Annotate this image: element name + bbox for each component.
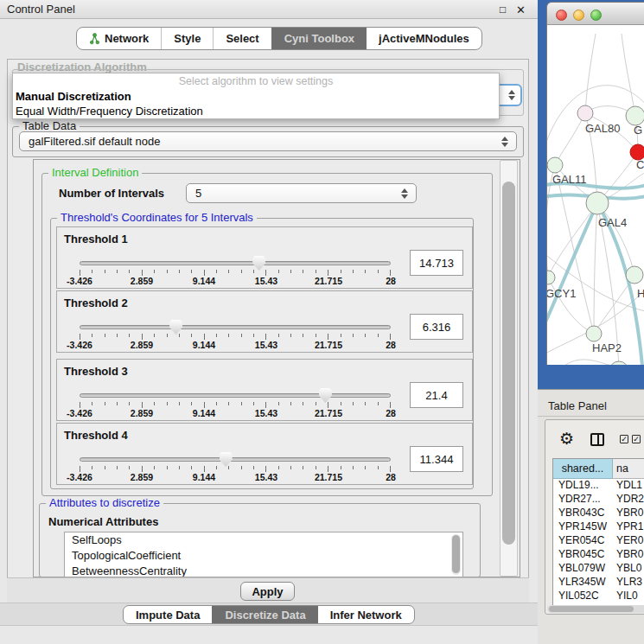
network-node-gal4[interactable] xyxy=(586,192,609,214)
threshold-panel: Threshold 3-3.4262.8599.14415.4321.71528… xyxy=(56,359,473,421)
tab-discretize-data[interactable]: Discretize Data xyxy=(212,606,317,623)
slider-scale-label: 9.144 xyxy=(193,276,215,286)
slider-scale-label: 2.859 xyxy=(131,472,153,482)
network-canvas[interactable]: GAL80GCGAL11GAL4GCY1HHAP2 xyxy=(547,25,644,365)
network-edge[interactable] xyxy=(622,34,635,116)
slider-scale-labels: -3.4262.8599.14415.4321.71528 xyxy=(80,340,391,350)
list-scrollbar[interactable] xyxy=(451,534,461,575)
checkbox-icon[interactable]: ✓ xyxy=(620,435,628,443)
network-node[interactable] xyxy=(609,361,628,365)
slider-scale-label: 28 xyxy=(386,340,396,350)
table-row[interactable]: YER054CYER0 xyxy=(553,534,644,548)
table-row[interactable]: YDL19...YDL1 xyxy=(553,479,644,493)
control-panel: Control Panel □ ✕ Network Style Select C… xyxy=(0,0,538,644)
slider-scale-label: 21.715 xyxy=(315,408,342,418)
threshold-slider-track[interactable] xyxy=(80,393,391,398)
split-panel-icon[interactable] xyxy=(590,433,604,446)
table-row[interactable]: YBR045CYBR0 xyxy=(553,548,644,562)
threshold-slider-thumb[interactable] xyxy=(169,320,182,335)
cell-shared-name: YIL052C xyxy=(553,590,613,603)
thresholds-list: Threshold 1-3.4262.8599.14415.4321.71528… xyxy=(54,226,473,487)
threshold-value-field[interactable]: 21.4 xyxy=(410,382,463,408)
threshold-slider-track[interactable] xyxy=(80,261,391,265)
attribute-list-item[interactable]: BetweennessCentrality xyxy=(65,564,462,577)
network-node-g[interactable] xyxy=(626,106,644,125)
cell-name: YER0 xyxy=(613,534,644,548)
table-horizontal-scrollbar[interactable] xyxy=(547,605,644,613)
threshold-slider-thumb[interactable] xyxy=(319,388,332,403)
network-edge[interactable] xyxy=(585,34,596,113)
settings-vertical-scrollbar[interactable] xyxy=(500,160,518,577)
network-view-window: GAL80GCGAL11GAL4GCY1HHAP2 xyxy=(546,2,644,365)
threshold-label: Threshold 4 xyxy=(64,429,128,442)
table-row[interactable]: YIL052CYIL0 xyxy=(553,590,644,603)
table-row[interactable]: YDR27...YDR2 xyxy=(553,493,644,507)
checkbox-icon[interactable]: ✓ xyxy=(632,435,641,443)
dropdown-option-equal-width-frequency[interactable]: Equal Width/Frequency Discretization xyxy=(16,105,203,118)
tab-impute-data[interactable]: Impute Data xyxy=(124,606,212,623)
num-intervals-combobox[interactable]: 5 xyxy=(186,183,417,203)
network-node-label: GAL11 xyxy=(552,173,587,186)
attribute-list-item[interactable]: TopologicalCoefficient xyxy=(65,548,462,564)
scrollbar-thumb[interactable] xyxy=(452,535,460,573)
table-row[interactable]: YLR345WYLR3 xyxy=(553,576,644,590)
table-row[interactable]: YBR043CYBR0 xyxy=(553,507,644,520)
network-node-label: C xyxy=(636,158,644,171)
attribute-list-item[interactable]: SelfLoops xyxy=(65,532,462,548)
network-node-label: HAP2 xyxy=(592,341,622,354)
tab-style[interactable]: Style xyxy=(161,28,213,49)
threshold-value-field[interactable]: 6.316 xyxy=(410,314,463,340)
tab-jactivemnodules[interactable]: jActiveMNodules xyxy=(367,28,481,49)
network-node-gal11[interactable] xyxy=(547,157,563,173)
scrollbar-thumb[interactable] xyxy=(549,606,634,612)
zoom-traffic-light-icon[interactable] xyxy=(590,10,602,21)
slider-scale-label: 21.715 xyxy=(315,472,342,482)
dropdown-option-manual-discretization[interactable]: Manual Discretization xyxy=(16,90,131,103)
threshold-label: Threshold 2 xyxy=(64,296,128,309)
threshold-value-field[interactable]: 14.713 xyxy=(410,250,463,276)
minimize-traffic-light-icon[interactable] xyxy=(573,10,584,21)
column-header-shared-name[interactable]: shared... xyxy=(553,459,613,479)
tab-cyni-toolbox-label: Cyni Toolbox xyxy=(284,32,354,45)
tab-infer-network[interactable]: Infer Network xyxy=(318,606,414,623)
threshold-slider-track[interactable] xyxy=(80,325,391,329)
apply-button[interactable]: Apply xyxy=(240,582,295,601)
tab-network[interactable]: Network xyxy=(77,28,161,49)
float-window-icon[interactable]: □ xyxy=(500,3,506,16)
tab-cyni-toolbox[interactable]: Cyni Toolbox xyxy=(271,28,367,49)
network-edge[interactable] xyxy=(555,165,594,334)
threshold-label: Threshold 1 xyxy=(64,233,128,245)
threshold-slider-thumb[interactable] xyxy=(220,452,233,467)
attributes-items-host: SelfLoopsTopologicalCoefficientBetweenne… xyxy=(65,532,462,577)
table-row[interactable]: YPR145WYPR1 xyxy=(553,520,644,534)
gear-icon[interactable]: ⚙ xyxy=(559,430,574,447)
tab-select[interactable]: Select xyxy=(213,28,271,49)
table-row[interactable]: YBL079WYBL0 xyxy=(553,562,644,576)
slider-scale-label: -3.426 xyxy=(67,276,92,286)
slider-scale-labels: -3.4262.8599.14415.4321.71528 xyxy=(80,276,391,286)
desktop-background: GAL80GCGAL11GAL4GCY1HHAP2 xyxy=(538,0,644,389)
threshold-slider-track[interactable] xyxy=(80,457,391,462)
slider-scale-label: 15.43 xyxy=(255,408,277,418)
cell-name: YBR0 xyxy=(613,548,644,562)
network-edge[interactable] xyxy=(548,203,597,277)
numerical-attributes-list[interactable]: SelfLoopsTopologicalCoefficientBetweenne… xyxy=(64,532,463,577)
network-node-gal80[interactable] xyxy=(577,105,593,121)
network-node-hap2[interactable] xyxy=(586,326,602,341)
close-icon[interactable]: ✕ xyxy=(516,3,526,16)
threshold-slider-thumb[interactable] xyxy=(252,256,265,271)
network-node-gcy1[interactable] xyxy=(547,271,555,284)
slider-scale-label: -3.426 xyxy=(67,472,92,482)
network-node-h[interactable] xyxy=(626,266,643,284)
cell-name: YDL1 xyxy=(613,479,644,493)
table-rows-host: YDL19...YDL1YDR27...YDR2YBR043CYBR0YPR14… xyxy=(553,479,644,603)
column-header-name[interactable]: na xyxy=(613,459,644,479)
close-traffic-light-icon[interactable] xyxy=(556,10,567,21)
threshold-value-field[interactable]: 11.344 xyxy=(410,446,463,472)
scrollbar-thumb[interactable] xyxy=(502,182,515,545)
dropdown-placeholder-option[interactable]: Select algorithm to view settings xyxy=(13,75,499,87)
network-edge[interactable] xyxy=(564,360,619,365)
table-data-combobox[interactable]: galFiltered.sif default node xyxy=(19,131,517,151)
network-edge[interactable] xyxy=(594,203,597,334)
network-edge[interactable] xyxy=(555,113,585,165)
